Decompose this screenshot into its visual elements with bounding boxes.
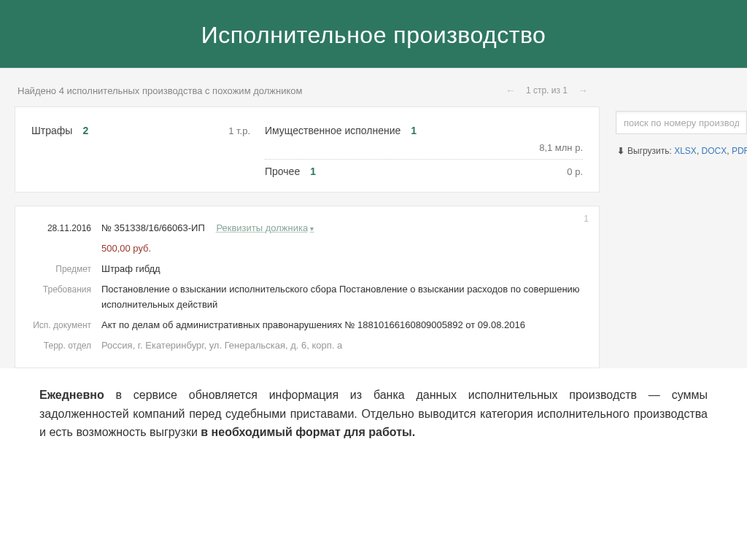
stat-count: 1 (310, 166, 316, 177)
case-date: 28.11.2016 (30, 221, 101, 236)
content-area: Найдено 4 исполнительных производства с … (0, 68, 747, 368)
stat-count: 2 (82, 125, 88, 136)
stat-value-property: 8,1 млн р. (265, 141, 583, 160)
results-count-text: Найдено 4 исполнительных производства с … (18, 85, 506, 96)
results-bar: Найдено 4 исполнительных производства с … (15, 79, 610, 106)
page-title: Исполнительное производство (0, 0, 747, 68)
chevron-down-icon: ▾ (310, 225, 314, 233)
field-label-demands: Требования (30, 282, 101, 311)
stat-row-fines: Штрафы 2 1 т.р. (31, 120, 250, 141)
stat-row-property: Имущественное исполнение 1 (265, 120, 583, 141)
download-icon: ⬇ (617, 146, 624, 156)
field-value-subject: Штраф гибдд (101, 262, 584, 276)
case-number: № 351338/16/66063-ИП (101, 222, 205, 233)
field-label-dept: Терр. отдел (30, 338, 101, 353)
case-index: 1 (584, 214, 589, 224)
field-label-doc: Исп. документ (30, 318, 101, 332)
case-card: 1 28.11.2016 № 351338/16/66063-ИП Реквиз… (15, 206, 600, 368)
paginator: ← 1 стр. из 1 → (506, 85, 588, 96)
stat-value: 1 т.р. (228, 125, 250, 136)
footer-description: Ежедневно в сервисе обновляется информац… (0, 368, 747, 456)
stat-label: Штрафы (31, 125, 72, 136)
field-value-doc: Акт по делам об административных правона… (101, 318, 584, 332)
search-input[interactable] (624, 117, 739, 128)
field-value-demands: Постановление о взыскании исполнительско… (101, 282, 584, 311)
summary-right: Имущественное исполнение 1 8,1 млн р. Пр… (265, 120, 583, 182)
export-row: ⬇Выгрузить: XLSX, DOCX, PDF (616, 134, 747, 163)
side-column: ⬇Выгрузить: XLSX, DOCX, PDF (610, 79, 747, 368)
case-amount: 500,00 руб. (101, 241, 584, 256)
main-column: Найдено 4 исполнительных производства с … (0, 79, 610, 368)
summary-left: Штрафы 2 1 т.р. (31, 120, 265, 182)
field-value-dept: Россия, г. Екатеринбург, ул. Генеральска… (101, 338, 584, 353)
stat-count: 1 (411, 125, 417, 136)
footer-bold-2: в необходимый формат для работы. (201, 426, 415, 438)
summary-card: Штрафы 2 1 т.р. Имущественное исполнение… (15, 106, 600, 192)
stat-label: Имущественное исполнение (265, 125, 400, 136)
export-xlsx-link[interactable]: XLSX (674, 146, 697, 156)
search-box (616, 111, 747, 134)
stat-row-other: Прочее 1 0 р. (265, 160, 583, 182)
prev-page-icon[interactable]: ← (506, 85, 516, 96)
export-label: Выгрузить: (627, 146, 672, 156)
export-pdf-link[interactable]: PDF (732, 146, 747, 156)
stat-label: Прочее (265, 166, 300, 177)
field-label-subject: Предмет (30, 262, 101, 276)
debtor-details-link[interactable]: Реквизиты должника▾ (216, 222, 314, 233)
page-indicator: 1 стр. из 1 (526, 85, 568, 96)
stat-value: 0 р. (567, 166, 583, 177)
export-docx-link[interactable]: DOCX (702, 146, 727, 156)
next-page-icon[interactable]: → (578, 85, 588, 96)
footer-bold-1: Ежедневно (39, 389, 104, 401)
